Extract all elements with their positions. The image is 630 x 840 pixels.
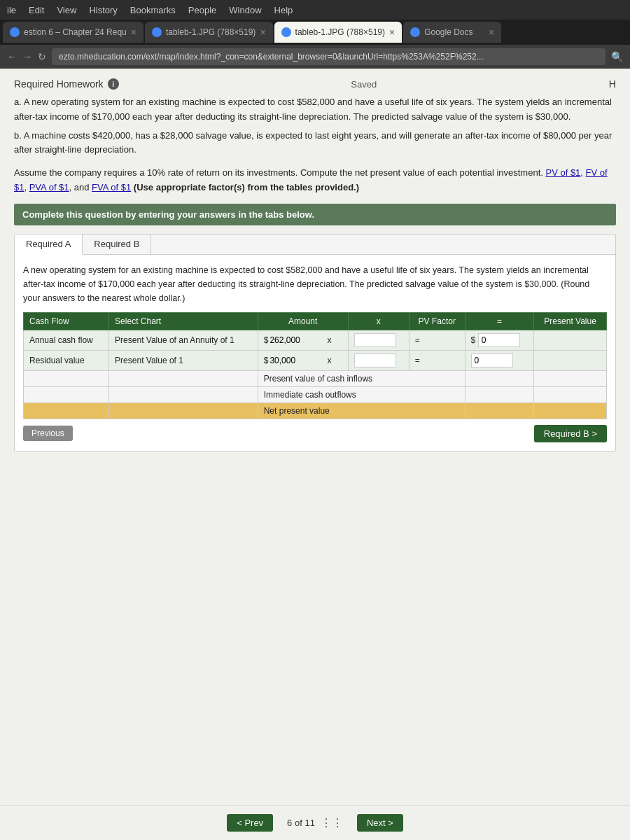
npv-label: Net present value: [258, 402, 465, 419]
tab-required-b[interactable]: Required B: [83, 234, 151, 254]
tab-close-3[interactable]: ×: [489, 27, 494, 38]
tab-tableb1[interactable]: tableb-1.JPG (788×519) ×: [145, 22, 273, 43]
pv-inflows-value: [465, 370, 534, 386]
page-number: 6 of 11: [287, 818, 315, 828]
row1-pv-factor-input[interactable]: [354, 354, 396, 368]
menu-edit[interactable]: Edit: [29, 5, 44, 15]
tab-google-docs[interactable]: Google Docs ×: [403, 22, 501, 43]
tab-favicon-1: [152, 27, 162, 37]
bottom-nav: < Prev 6 of 11 ⋮⋮ Next >: [0, 805, 630, 840]
tab-chapter24[interactable]: estion 6 – Chapter 24 Requ ×: [3, 22, 144, 43]
row1-cash-flow: Residual value: [24, 350, 109, 370]
menu-view[interactable]: View: [57, 5, 76, 15]
col-cash-flow: Cash Flow: [24, 312, 109, 330]
menu-people[interactable]: People: [188, 5, 216, 15]
complete-instruction-text: Complete this question by entering your …: [22, 209, 314, 220]
tab-label-2: tableb-1.JPG (788×519): [295, 27, 385, 37]
tab-label-1: tableb-1.JPG (788×519): [166, 27, 255, 37]
row1-amount: $ x: [258, 350, 348, 370]
row0-present-value: $: [465, 330, 534, 350]
cash-flow-table: Cash Flow Select Chart Amount x PV Facto…: [23, 312, 607, 419]
col-present-value: Present Value: [534, 312, 607, 330]
row0-equals: =: [409, 330, 465, 350]
row0-amount-prefix: $: [264, 335, 269, 345]
col-equals: =: [465, 312, 534, 330]
required-homework-title: Required Homework i: [14, 78, 119, 90]
h-label: H: [609, 78, 616, 90]
scenario-text: A new operating system for an existing m…: [23, 263, 607, 305]
row0-pv-value-input[interactable]: [478, 333, 520, 347]
row0-amount-suffix: x: [327, 335, 331, 345]
menu-window[interactable]: Window: [229, 5, 261, 15]
tab-close-2[interactable]: ×: [389, 27, 395, 38]
col-x: x: [348, 312, 409, 330]
question-part-b: b. A machine costs $420,000, has a $28,0…: [14, 129, 616, 158]
link-pv[interactable]: PV of $1: [545, 167, 580, 178]
tab-required-a[interactable]: Required A: [15, 234, 83, 255]
immediate-outflows-label: Immediate cash outflows: [258, 386, 465, 402]
saved-badge: Saved: [351, 79, 377, 90]
next-button[interactable]: Next >: [357, 814, 403, 832]
row0-cash-flow: Annual cash flow: [24, 330, 109, 350]
row0-pv-factor-input[interactable]: [354, 333, 396, 347]
tab-bar: estion 6 – Chapter 24 Requ × tableb-1.JP…: [0, 20, 630, 45]
info-icon[interactable]: i: [108, 78, 119, 90]
question-part-a: a. A new operating system for an existin…: [14, 95, 616, 125]
row1-amount-input[interactable]: [270, 356, 326, 365]
pv-inflows-label: Present value of cash inflows: [258, 370, 465, 386]
npv-value: [465, 402, 534, 419]
immediate-outflows-value: [465, 386, 534, 402]
col-select-chart: Select Chart: [109, 312, 258, 330]
previous-button[interactable]: Previous: [23, 426, 73, 441]
table-row: Immediate cash outflows: [24, 386, 607, 402]
tab-favicon-2: [281, 27, 291, 37]
row0-amount: $ x: [258, 330, 348, 350]
menu-bar: ile Edit View History Bookmarks People W…: [0, 0, 630, 20]
grid-icon[interactable]: ⋮⋮: [321, 816, 343, 830]
tab-close-1[interactable]: ×: [260, 27, 265, 38]
row0-amount-input[interactable]: [270, 335, 326, 345]
required-b-button[interactable]: Required B >: [534, 425, 607, 442]
menu-help[interactable]: Help: [274, 5, 293, 15]
tab-label-0: estion 6 – Chapter 24 Requ: [24, 27, 127, 37]
address-bar: ← → ↻ 🔍: [0, 45, 630, 69]
address-input[interactable]: [52, 48, 606, 65]
row1-pv-factor-input-cell: [348, 350, 409, 370]
menu-bookmarks[interactable]: Bookmarks: [130, 5, 176, 15]
table-row: Present value of cash inflows: [24, 370, 607, 386]
row1-amount-prefix: $: [264, 356, 269, 365]
assume-text: Assume the company requires a 10% rate o…: [14, 166, 616, 195]
menu-ile[interactable]: ile: [7, 5, 16, 15]
row1-present-value: [465, 350, 534, 370]
prev-button[interactable]: < Prev: [227, 814, 273, 832]
page-content: Required Homework i Saved H a. A new ope…: [0, 69, 630, 815]
browser-chrome: ile Edit View History Bookmarks People W…: [0, 0, 630, 69]
menu-history[interactable]: History: [89, 5, 117, 15]
row1-pv-value-input[interactable]: [471, 354, 513, 368]
back-icon[interactable]: ←: [7, 51, 17, 62]
row1-select-chart: Present Value of 1: [109, 350, 258, 370]
reload-icon[interactable]: ↻: [38, 51, 46, 62]
table-row: Residual value Present Value of 1 $ x: [24, 350, 607, 370]
forward-icon[interactable]: →: [22, 51, 32, 62]
link-fva[interactable]: FVA of $1: [92, 182, 131, 192]
complete-instruction-box: Complete this question by entering your …: [14, 204, 616, 225]
table-row: Annual cash flow Present Value of an Ann…: [24, 330, 607, 350]
required-homework-label: Required Homework: [14, 78, 104, 90]
table-row: Net present value: [24, 402, 607, 419]
tab-headers: Required A Required B: [15, 234, 615, 255]
tab-close-0[interactable]: ×: [131, 27, 136, 38]
col-pv-factor: PV Factor: [409, 312, 465, 330]
search-icon[interactable]: 🔍: [611, 51, 623, 62]
tab-content-required-a: A new operating system for an existing m…: [15, 255, 615, 451]
link-pva[interactable]: PVA of $1: [29, 182, 69, 192]
row1-equals: =: [409, 350, 465, 370]
tab-favicon-0: [10, 27, 20, 37]
tab-tableb1-active[interactable]: tableb-1.JPG (788×519) ×: [274, 22, 402, 43]
tab-favicon-3: [410, 27, 420, 37]
row0-pv-prefix: $: [471, 335, 476, 345]
tabs-container: Required A Required B A new operating sy…: [14, 234, 616, 451]
question-text: a. A new operating system for an existin…: [14, 95, 616, 158]
row0-pv-factor-input-cell: [348, 330, 409, 350]
page-info: 6 of 11 ⋮⋮: [287, 816, 343, 830]
